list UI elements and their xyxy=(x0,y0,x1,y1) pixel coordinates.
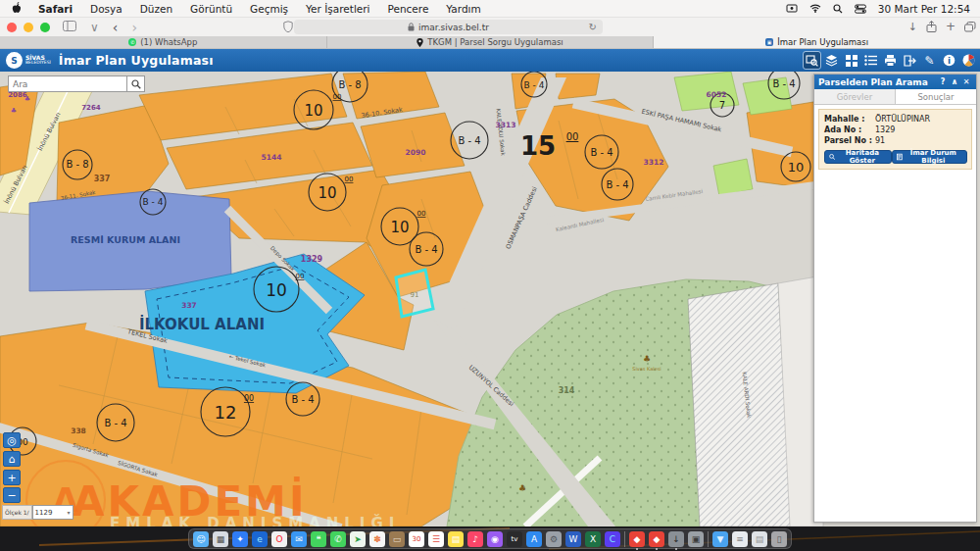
zoom-window-button[interactable] xyxy=(40,23,50,32)
tab-tkgm[interactable]: TKGM | Parsel Sorgu Uygulaması xyxy=(327,36,655,48)
tab-whatsapp[interactable]: ✆ (1) WhatsApp xyxy=(0,36,327,48)
maps-dock-icon[interactable]: ➤ xyxy=(350,531,366,547)
app-title: İmar Plan Uygulaması xyxy=(59,53,214,68)
basemap-grid-button[interactable] xyxy=(843,52,859,69)
reload-icon[interactable]: ↻ xyxy=(589,22,597,32)
apple-menu-icon[interactable] xyxy=(0,2,29,16)
zoom-out-button[interactable]: − xyxy=(3,487,21,503)
wifi-icon[interactable] xyxy=(809,4,821,13)
trash-dock-icon[interactable]: ▯ xyxy=(771,531,787,547)
close-window-button[interactable] xyxy=(7,23,17,32)
downloads-folder-dock-icon[interactable]: ▼ xyxy=(712,531,728,547)
mail-dock-icon[interactable]: ✉ xyxy=(291,531,307,547)
menu-dosya[interactable]: Dosya xyxy=(81,3,131,15)
launchpad-dock-icon[interactable]: ▦ xyxy=(213,531,228,547)
minimize-window-button[interactable] xyxy=(24,23,33,32)
app-red-2-dock-icon[interactable]: ◆ xyxy=(649,531,664,547)
utility-gray-dock-icon[interactable]: ▣ xyxy=(688,531,704,547)
tab-sonuclar[interactable]: Sonuçlar xyxy=(895,89,976,104)
photos-dock-icon[interactable]: ✽ xyxy=(369,531,385,547)
canva-dock-icon[interactable]: C xyxy=(605,531,620,547)
downloads-icon[interactable]: ↓ xyxy=(908,21,917,33)
menu-duzen[interactable]: Düzen xyxy=(131,3,181,15)
logo-text: SİVAS BELEDİYESİ xyxy=(25,55,51,66)
folder-brown-dock-icon[interactable]: ▭ xyxy=(389,531,405,547)
menu-yardim[interactable]: Yardım xyxy=(437,3,489,15)
tab-imar-plan[interactable]: ▣ İmar Plan Uygulaması xyxy=(654,36,980,48)
installer-gray-dock-icon[interactable]: ↓ xyxy=(668,531,684,547)
chevron-down-icon[interactable]: ∨ xyxy=(83,22,106,33)
beachball-color-button[interactable] xyxy=(960,52,977,69)
finder-dock-icon[interactable]: ☺ xyxy=(193,531,209,547)
search-icon xyxy=(131,79,141,89)
system-settings-dock-icon[interactable]: ⚙ xyxy=(546,531,562,547)
zoning-status-button[interactable]: İmar Durum Bilgisi xyxy=(892,150,967,164)
selected-parcel-91[interactable]: 91 xyxy=(396,270,433,317)
svg-text:7: 7 xyxy=(719,100,725,111)
spotlight-icon[interactable] xyxy=(833,4,843,14)
measure-pencil-button[interactable]: ✎ xyxy=(921,52,938,69)
svg-text:00: 00 xyxy=(333,93,342,101)
menu-pencere[interactable]: Pencere xyxy=(379,3,438,15)
apple-tv-glyph: tv xyxy=(512,535,518,543)
app-red-1-dock-icon[interactable]: ◆ xyxy=(629,531,645,547)
svg-text:1329: 1329 xyxy=(301,255,323,264)
reminders-glyph: ☰ xyxy=(432,534,440,544)
svg-text:10: 10 xyxy=(788,160,805,175)
menu-goruntu[interactable]: Görüntü xyxy=(181,3,241,15)
facetime-dock-icon[interactable]: ✆ xyxy=(330,531,346,547)
control-center-icon[interactable] xyxy=(855,4,866,14)
svg-text:12: 12 xyxy=(215,402,237,423)
panel-close-button[interactable]: ✕ xyxy=(960,77,972,86)
magnifier-icon xyxy=(829,153,835,161)
home-extent-button[interactable]: ⌂ xyxy=(3,451,21,467)
tab-gorevler[interactable]: Görevler xyxy=(814,89,895,104)
safari-dock-icon[interactable]: ✦ xyxy=(232,531,248,547)
app-store-dock-icon[interactable]: A xyxy=(526,531,542,547)
files-dock-icon[interactable]: ▤ xyxy=(752,531,767,547)
parcel-query-tool-button[interactable] xyxy=(804,52,820,69)
excel-dock-icon[interactable]: X xyxy=(585,531,601,547)
scale-select[interactable]: 1129 ▾ xyxy=(32,505,74,520)
menu-yerisaretleri[interactable]: Yer İşaretleri xyxy=(297,3,378,15)
menubar-clock[interactable]: 30 Mart Per 12:54 xyxy=(878,3,970,15)
address-bar[interactable]: imar.sivas.bel.tr ↻ xyxy=(294,20,603,34)
forward-button[interactable]: › xyxy=(124,21,144,34)
documents-stack-glyph: ≡ xyxy=(736,534,744,544)
geolocate-button[interactable]: ◎ xyxy=(3,432,21,448)
new-tab-icon[interactable]: + xyxy=(946,20,956,33)
info-button[interactable]: i xyxy=(941,52,957,69)
notes-dock-icon[interactable]: ▤ xyxy=(448,531,464,547)
music-dock-icon[interactable]: ♪ xyxy=(467,531,483,547)
exit-door-button[interactable] xyxy=(902,52,918,69)
print-button[interactable] xyxy=(882,52,899,69)
apple-tv-dock-icon[interactable]: tv xyxy=(507,531,522,547)
svg-text:RESMİ KURUM ALANI: RESMİ KURUM ALANI xyxy=(71,234,180,245)
layers-button[interactable] xyxy=(823,52,840,69)
menu-gecmis[interactable]: Geçmiş xyxy=(241,3,297,15)
share-icon[interactable] xyxy=(926,21,937,32)
show-on-map-button[interactable]: Haritada Göster xyxy=(824,150,892,164)
menu-safari[interactable]: Safari xyxy=(29,3,81,15)
reminders-dock-icon[interactable]: ☰ xyxy=(428,531,444,547)
panel-help-button[interactable]: ? xyxy=(937,77,949,86)
poi-icon: ♣ xyxy=(11,107,17,115)
search-button[interactable] xyxy=(127,75,145,92)
documents-stack-dock-icon[interactable]: ≡ xyxy=(732,531,748,547)
panel-collapse-button[interactable]: ∧ xyxy=(949,77,960,86)
legend-list-button[interactable] xyxy=(862,52,879,69)
word-dock-icon[interactable]: W xyxy=(565,531,581,547)
back-button[interactable]: ‹ xyxy=(106,21,125,34)
sidebar-toggle-icon[interactable] xyxy=(56,21,83,33)
screen-mirroring-icon[interactable] xyxy=(786,4,798,14)
edge-dock-icon[interactable]: e xyxy=(252,531,268,547)
svg-text:5144: 5144 xyxy=(262,153,282,162)
zoom-in-button[interactable]: + xyxy=(3,470,21,485)
opera-dock-icon[interactable]: O xyxy=(271,531,287,547)
svg-text:00: 00 xyxy=(296,273,305,280)
tab-overview-icon[interactable] xyxy=(964,22,976,32)
search-input[interactable] xyxy=(8,75,127,92)
podcasts-dock-icon[interactable]: ◉ xyxy=(487,531,503,547)
messages-dock-icon[interactable]: ❝ xyxy=(311,531,326,547)
calendar-dock-icon[interactable]: 30 xyxy=(409,531,424,547)
